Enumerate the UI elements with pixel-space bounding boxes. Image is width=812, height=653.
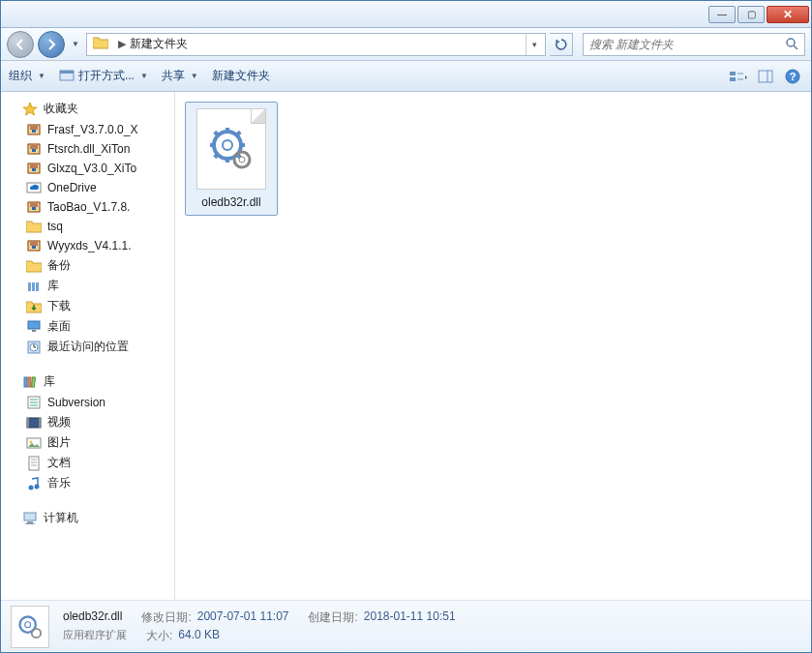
sidebar-item[interactable]: Ftsrch.dll_XiTon: [1, 139, 174, 159]
sidebar-item[interactable]: tsq: [1, 217, 174, 236]
search-icon[interactable]: [786, 38, 798, 50]
app-icon: [59, 70, 75, 83]
titlebar: — ▢ ✕: [1, 1, 811, 28]
item-icon: [26, 395, 42, 410]
item-label: 桌面: [47, 318, 71, 335]
item-icon: [26, 456, 42, 471]
item-label: 图片: [47, 434, 71, 451]
file-pane[interactable]: oledb32r.dll: [175, 92, 811, 600]
open-with-label: 打开方式...: [78, 68, 135, 84]
breadcrumb-current[interactable]: 新建文件夹: [130, 36, 188, 52]
svg-rect-21: [32, 149, 36, 152]
item-label: TaoBao_V1.7.8.: [47, 200, 130, 214]
item-label: Ftsrch.dll_XiTon: [47, 142, 130, 156]
folder-icon: [93, 36, 110, 53]
svg-point-79: [239, 157, 245, 163]
address-dropdown[interactable]: ▾: [526, 34, 543, 55]
modified-label: 修改日期:: [141, 609, 191, 626]
svg-point-77: [223, 140, 232, 150]
svg-rect-39: [32, 282, 35, 291]
svg-rect-59: [29, 457, 39, 470]
file-thumbnail: [196, 108, 266, 190]
navigation-pane[interactable]: 收藏夹 Frasf_V3.7.0.0_XFtsrch.dll_XiTonGlxz…: [1, 92, 175, 600]
breadcrumb-separator: ▶: [114, 38, 130, 50]
svg-point-64: [35, 484, 40, 489]
chevron-down-icon: ▼: [38, 72, 45, 80]
item-icon: [26, 122, 42, 137]
sidebar-item[interactable]: Wyyxds_V4.1.1.: [1, 236, 174, 255]
view-icon: [730, 70, 747, 83]
sidebar-item[interactable]: 图片: [1, 432, 174, 453]
computer-label: 计算机: [44, 510, 78, 526]
sidebar-item[interactable]: 文档: [1, 453, 174, 473]
back-button[interactable]: [7, 31, 34, 58]
maximize-button[interactable]: ▢: [737, 6, 765, 23]
forward-button[interactable]: [38, 31, 65, 58]
svg-rect-40: [36, 282, 39, 291]
close-button[interactable]: ✕: [767, 6, 809, 23]
sidebar-item[interactable]: 最近访问的位置: [1, 337, 174, 357]
svg-rect-4: [730, 72, 736, 75]
open-with-menu[interactable]: 打开方式... ▼: [59, 68, 148, 84]
sidebar-item[interactable]: OneDrive: [1, 178, 174, 197]
sidebar-item[interactable]: 视频: [1, 412, 174, 432]
sidebar-item[interactable]: Subversion: [1, 393, 174, 412]
chevron-down-icon: ▼: [140, 72, 148, 80]
sidebar-item[interactable]: Glxzq_V3.0_XiTo: [1, 159, 174, 178]
svg-rect-67: [25, 523, 35, 524]
item-icon: [26, 299, 42, 314]
item-icon: [26, 219, 42, 234]
view-options-button[interactable]: [728, 67, 749, 86]
sidebar-item[interactable]: 音乐: [1, 473, 174, 493]
arrow-left-icon: [15, 39, 26, 50]
item-icon: [26, 161, 42, 176]
gear-icon: [208, 126, 255, 172]
sidebar-item[interactable]: 库: [1, 276, 174, 296]
new-folder-button[interactable]: 新建文件夹: [212, 68, 270, 84]
item-label: tsq: [47, 220, 63, 233]
preview-pane-button[interactable]: [755, 67, 776, 86]
libraries-header[interactable]: 库: [1, 371, 174, 393]
sidebar-item[interactable]: TaoBao_V1.7.8.: [1, 197, 174, 217]
sidebar-item[interactable]: 下载: [1, 296, 174, 316]
svg-rect-3: [60, 71, 74, 74]
help-icon: ?: [785, 69, 800, 84]
refresh-button[interactable]: [550, 33, 573, 56]
minimize-button[interactable]: —: [708, 6, 736, 23]
svg-point-82: [32, 628, 41, 637]
sidebar-item[interactable]: Frasf_V3.7.0.0_X: [1, 120, 174, 139]
svg-line-1: [794, 45, 797, 49]
help-button[interactable]: ?: [782, 67, 803, 86]
item-label: Glxzq_V3.0_XiTo: [47, 162, 136, 175]
item-icon: [26, 435, 42, 451]
item-icon: [26, 340, 42, 355]
item-label: 最近访问的位置: [47, 339, 129, 355]
file-item-selected[interactable]: oledb32r.dll: [185, 102, 278, 216]
svg-rect-38: [28, 282, 31, 291]
gear-icon: [16, 613, 44, 640]
favorites-header[interactable]: 收藏夹: [1, 98, 174, 120]
computer-header[interactable]: 计算机: [1, 507, 174, 529]
svg-point-58: [30, 440, 33, 443]
history-dropdown[interactable]: ▼: [69, 35, 82, 54]
svg-rect-41: [28, 321, 40, 329]
star-icon: [22, 102, 38, 117]
search-box[interactable]: [583, 33, 805, 56]
item-icon: [26, 180, 42, 195]
sidebar-item[interactable]: 备份: [1, 255, 174, 276]
favorites-label: 收藏夹: [44, 101, 78, 117]
svg-rect-37: [32, 246, 36, 249]
search-input[interactable]: [589, 38, 786, 51]
item-label: 库: [47, 278, 59, 294]
svg-rect-69: [226, 128, 229, 134]
address-bar[interactable]: ▶ 新建文件夹 ▾: [86, 33, 546, 56]
item-label: Wyyxds_V4.1.1.: [47, 239, 132, 252]
item-label: 下载: [47, 298, 71, 314]
explorer-window: — ▢ ✕ ▼ ▶ 新建文件夹 ▾: [0, 0, 812, 653]
sidebar-item[interactable]: 桌面: [1, 316, 174, 337]
svg-rect-5: [730, 77, 736, 81]
created-value: 2018-01-11 10:51: [364, 609, 456, 626]
share-menu[interactable]: 共享 ▼: [162, 68, 198, 84]
item-icon: [26, 199, 42, 215]
organize-menu[interactable]: 组织 ▼: [9, 68, 45, 84]
